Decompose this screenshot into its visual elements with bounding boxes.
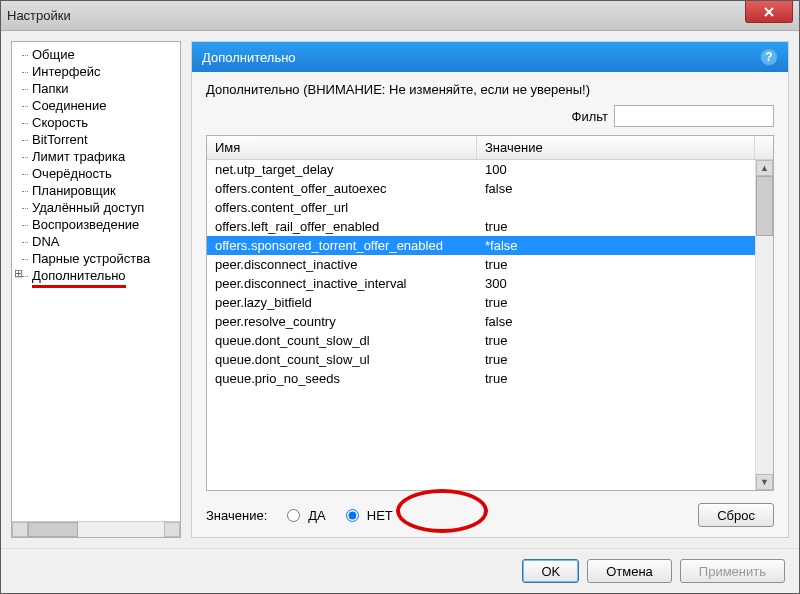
sidebar-item[interactable]: Парные устройства [14, 250, 178, 267]
filter-row: Фильт [206, 105, 774, 127]
sidebar-item[interactable]: Скорость [14, 114, 178, 131]
table-vscrollbar[interactable]: ▲ ▼ [755, 160, 773, 490]
sidebar-item[interactable]: Удалённый доступ [14, 199, 178, 216]
value-editor-row: Значение: ДА НЕТ Сброс [206, 499, 774, 527]
sidebar-item[interactable]: Интерфейс [14, 63, 178, 80]
column-header-value[interactable]: Значение [477, 136, 755, 159]
filter-label: Фильт [572, 109, 608, 124]
sidebar-item[interactable]: Соединение [14, 97, 178, 114]
cell-name: peer.disconnect_inactive_interval [207, 275, 477, 292]
scroll-up-button[interactable]: ▲ [756, 160, 773, 176]
table-row[interactable]: queue.dont_count_slow_dltrue [207, 331, 755, 350]
cell-name: queue.dont_count_slow_ul [207, 351, 477, 368]
radio-yes[interactable]: ДА [287, 508, 325, 523]
table-body: net.utp_target_delay100offers.content_of… [207, 160, 773, 490]
cancel-button[interactable]: Отмена [587, 559, 672, 583]
cell-value: true [477, 256, 755, 273]
table-row[interactable]: net.utp_target_delay100 [207, 160, 755, 179]
cell-name: peer.lazy_bitfield [207, 294, 477, 311]
cell-value: true [477, 218, 755, 235]
dialog-footer: OK Отмена Применить [1, 548, 799, 593]
cell-value: true [477, 294, 755, 311]
cell-name: peer.disconnect_inactive [207, 256, 477, 273]
cell-value: false [477, 180, 755, 197]
apply-button[interactable]: Применить [680, 559, 785, 583]
panel-title: Дополнительно [202, 50, 296, 65]
table-row[interactable]: queue.prio_no_seedstrue [207, 369, 755, 388]
column-header-scroll [755, 136, 773, 159]
sidebar-item[interactable]: Очерёдность [14, 165, 178, 182]
cell-name: net.utp_target_delay [207, 161, 477, 178]
panel-body: Дополнительно (ВНИМАНИЕ: Не изменяйте, е… [192, 72, 788, 537]
cell-name: peer.resolve_country [207, 313, 477, 330]
scroll-thumb[interactable] [28, 522, 78, 537]
cell-value [477, 199, 755, 216]
table-row[interactable]: offers.left_rail_offer_enabledtrue [207, 217, 755, 236]
cell-name: queue.prio_no_seeds [207, 370, 477, 387]
value-label: Значение: [206, 508, 267, 523]
radio-no-label: НЕТ [367, 508, 393, 523]
radio-no[interactable]: НЕТ [346, 508, 393, 523]
table-row[interactable]: peer.disconnect_inactivetrue [207, 255, 755, 274]
panel-header: Дополнительно ? [192, 42, 788, 72]
radio-no-input[interactable] [346, 509, 359, 522]
cell-name: offers.sponsored_torrent_offer_enabled [207, 237, 477, 254]
cell-name: queue.dont_count_slow_dl [207, 332, 477, 349]
scroll-down-button[interactable]: ▼ [756, 474, 773, 490]
sidebar-hscrollbar[interactable] [12, 521, 180, 537]
titlebar[interactable]: Настройки [1, 1, 799, 31]
cell-name: offers.content_offer_autoexec [207, 180, 477, 197]
close-icon [763, 7, 775, 17]
cell-value: 100 [477, 161, 755, 178]
column-header-name[interactable]: Имя [207, 136, 477, 159]
sidebar-item[interactable]: BitTorrent [14, 131, 178, 148]
reset-button[interactable]: Сброс [698, 503, 774, 527]
table-row[interactable]: offers.sponsored_torrent_offer_enabled*f… [207, 236, 755, 255]
close-button[interactable] [745, 1, 793, 23]
cell-value: true [477, 332, 755, 349]
radio-yes-label: ДА [308, 508, 325, 523]
sidebar-item[interactable]: Общие [14, 46, 178, 63]
annotation-ellipse [396, 489, 488, 533]
table-row[interactable]: peer.disconnect_inactive_interval300 [207, 274, 755, 293]
warning-text: Дополнительно (ВНИМАНИЕ: Не изменяйте, е… [206, 82, 774, 97]
table-row[interactable]: peer.lazy_bitfieldtrue [207, 293, 755, 312]
settings-window: Настройки ОбщиеИнтерфейсПапкиСоединениеС… [0, 0, 800, 594]
cell-value: false [477, 313, 755, 330]
table-row[interactable]: offers.content_offer_autoexecfalse [207, 179, 755, 198]
sidebar-item[interactable]: Планировщик [14, 182, 178, 199]
ok-button[interactable]: OK [522, 559, 579, 583]
scroll-right-button[interactable] [164, 522, 180, 537]
cell-name: offers.left_rail_offer_enabled [207, 218, 477, 235]
filter-input[interactable] [614, 105, 774, 127]
sidebar-item[interactable]: DNA [14, 233, 178, 250]
sidebar-item[interactable]: Воспроизведение [14, 216, 178, 233]
scroll-track[interactable] [28, 522, 164, 537]
table-row[interactable]: peer.resolve_countryfalse [207, 312, 755, 331]
cell-value: *false [477, 237, 755, 254]
table-row[interactable]: offers.content_offer_url [207, 198, 755, 217]
dialog-body: ОбщиеИнтерфейсПапкиСоединениеСкоростьBit… [1, 31, 799, 548]
scroll-thumb[interactable] [756, 176, 773, 236]
cell-value: true [477, 351, 755, 368]
radio-yes-input[interactable] [287, 509, 300, 522]
sidebar-item[interactable]: Лимит трафика [14, 148, 178, 165]
cell-value: 300 [477, 275, 755, 292]
sidebar-item[interactable]: Дополнительно [32, 267, 126, 288]
table-row[interactable]: queue.dont_count_slow_ultrue [207, 350, 755, 369]
cell-value: true [477, 370, 755, 387]
settings-table: Имя Значение net.utp_target_delay100offe… [206, 135, 774, 491]
scroll-track[interactable] [756, 176, 773, 474]
sidebar-item[interactable]: Папки [14, 80, 178, 97]
category-tree[interactable]: ОбщиеИнтерфейсПапкиСоединениеСкоростьBit… [12, 42, 180, 521]
window-title: Настройки [7, 8, 71, 23]
scroll-left-button[interactable] [12, 522, 28, 537]
cell-name: offers.content_offer_url [207, 199, 477, 216]
help-icon[interactable]: ? [760, 48, 778, 66]
category-sidebar: ОбщиеИнтерфейсПапкиСоединениеСкоростьBit… [11, 41, 181, 538]
main-panel: Дополнительно ? Дополнительно (ВНИМАНИЕ:… [191, 41, 789, 538]
table-header: Имя Значение [207, 136, 773, 160]
